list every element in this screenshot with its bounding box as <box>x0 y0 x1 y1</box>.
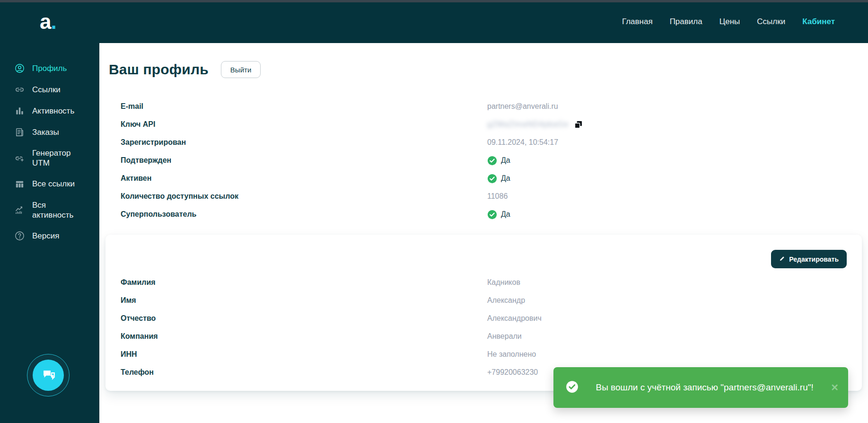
check-circle-icon <box>487 156 497 166</box>
login-success-toast: Вы вошли с учётной записью "partners@anv… <box>553 367 848 408</box>
toast-message: Вы вошли с учётной записью "partners@anv… <box>589 382 820 393</box>
window-top-strip <box>0 0 868 2</box>
page-header: Ваш профиль Выйти <box>109 61 868 78</box>
chat-bubbles-icon <box>40 366 56 384</box>
question-icon <box>14 230 25 241</box>
sidebar-item-links[interactable]: Ссылки <box>0 79 99 100</box>
page-content: Ваш профиль Выйти E-mailpartners@anveral… <box>99 43 868 423</box>
sidebar-menu: ПрофильСсылкиАктивностьЗаказыГенератор U… <box>0 58 99 247</box>
account-value-links-quota: 11086 <box>487 192 508 201</box>
account-value-api-key: gZMaZlmaND4pbaGe <box>487 120 583 129</box>
toast-close-button[interactable]: ✕ <box>831 383 839 392</box>
boolean-value-text: Да <box>501 210 510 219</box>
personal-label-first-name: Имя <box>121 296 487 305</box>
personal-value-last-name: Кадников <box>487 278 520 287</box>
top-nav-item-home[interactable]: Главная <box>622 17 653 26</box>
trend-chart-icon <box>14 204 25 215</box>
account-value-confirmed: Да <box>487 156 510 166</box>
app-root: a. ПрофильСсылкиАктивностьЗаказыГенерато… <box>0 0 868 423</box>
logo-letter: a <box>40 10 51 33</box>
account-fields-section: E-mailpartners@anverali.ruКлюч APIgZMaZl… <box>109 97 868 223</box>
user-circle-icon <box>14 63 25 74</box>
account-label-active: Активен <box>121 174 487 183</box>
sidebar-item-version[interactable]: Версия <box>0 225 99 247</box>
personal-fields-section: ФамилияКадниковИмяАлександрОтчествоАлекс… <box>105 273 862 381</box>
account-value-superuser: Да <box>487 210 510 220</box>
personal-label-company: Компания <box>121 332 487 341</box>
account-label-email: E-mail <box>121 102 487 111</box>
sidebar-item-label: Профиль <box>32 63 67 73</box>
boolean-value-text: Да <box>501 156 510 165</box>
personal-label-middle-name: Отчество <box>121 314 487 323</box>
sidebar-item-label: Заказы <box>32 127 59 137</box>
api-key-blurred-text: gZMaZlmaND4pbaGe <box>487 120 569 129</box>
personal-value-middle-name: Александрович <box>487 314 542 323</box>
personal-value-company: Анверали <box>487 332 522 341</box>
orders-icon <box>14 127 25 138</box>
account-value-active: Да <box>487 174 510 184</box>
account-label-links-quota: Количество доступных ссылок <box>121 192 487 201</box>
check-circle-icon <box>487 210 497 220</box>
top-nav: ГлавнаяПравилаЦеныСсылкиКабинет <box>622 17 835 26</box>
account-row-links-quota: Количество доступных ссылок11086 <box>109 187 868 205</box>
page-title: Ваш профиль <box>109 62 209 78</box>
table-icon <box>14 179 25 190</box>
sidebar-item-label: Вся активность <box>32 200 87 220</box>
link-icon <box>14 84 25 95</box>
account-label-superuser: Суперпользователь <box>121 210 487 219</box>
sidebar-item-activity[interactable]: Активность <box>0 100 99 122</box>
personal-value-phone: +79920063230 <box>487 368 538 377</box>
copy-icon[interactable] <box>574 120 583 129</box>
personal-row-company: КомпанияАнверали <box>105 327 862 345</box>
brand-logo[interactable]: a. <box>0 0 99 32</box>
main-column: ГлавнаяПравилаЦеныСсылкиКабинет Ваш проф… <box>99 0 868 423</box>
personal-label-phone: Телефон <box>121 368 487 377</box>
edit-button[interactable]: Редактировать <box>771 250 847 268</box>
personal-row-first-name: ИмяАлександр <box>105 291 862 309</box>
top-nav-item-rules[interactable]: Правила <box>670 17 702 26</box>
account-row-api-key: Ключ APIgZMaZlmaND4pbaGe <box>109 115 868 133</box>
sidebar-item-label: Ссылки <box>32 85 61 95</box>
logout-button[interactable]: Выйти <box>221 61 261 78</box>
account-row-confirmed: ПодтвержденДа <box>109 151 868 169</box>
personal-label-inn: ИНН <box>121 350 487 359</box>
top-nav-item-links[interactable]: Ссылки <box>757 17 785 26</box>
account-value-email: partners@anverali.ru <box>487 102 558 111</box>
chat-fab-circle <box>33 360 64 391</box>
sidebar: a. ПрофильСсылкиАктивностьЗаказыГенерато… <box>0 0 99 423</box>
personal-row-last-name: ФамилияКадников <box>105 273 862 291</box>
personal-row-middle-name: ОтчествоАлександрович <box>105 309 862 327</box>
sidebar-item-label: Активность <box>32 106 74 116</box>
sidebar-item-all-links[interactable]: Все ссылки <box>0 174 99 195</box>
sidebar-item-label: Генератор UTM <box>32 148 87 168</box>
logo-dot: . <box>51 10 56 33</box>
account-row-email: E-mailpartners@anverali.ru <box>109 97 868 115</box>
sidebar-item-all-activity[interactable]: Вся активность <box>0 195 99 226</box>
toast-check-icon <box>566 380 579 395</box>
account-row-registered: Зарегистрирован09.11.2024, 10:54:17 <box>109 133 868 151</box>
sidebar-item-label: Версия <box>32 231 59 241</box>
edit-button-label: Редактировать <box>789 256 839 263</box>
boolean-value-text: Да <box>501 174 510 183</box>
personal-value-first-name: Александр <box>487 296 525 305</box>
top-bar: ГлавнаяПравилаЦеныСсылкиКабинет <box>99 0 868 43</box>
account-row-active: АктивенДа <box>109 169 868 187</box>
chat-fab-button[interactable] <box>27 354 70 397</box>
sidebar-item-utm-generator[interactable]: Генератор UTM <box>0 143 99 174</box>
account-label-registered: Зарегистрирован <box>121 138 487 147</box>
sidebar-item-profile[interactable]: Профиль <box>0 58 99 79</box>
check-circle-icon <box>487 174 497 184</box>
account-label-confirmed: Подтвержден <box>121 156 487 165</box>
utm-link-icon <box>14 153 25 164</box>
top-nav-item-prices[interactable]: Цены <box>719 17 740 26</box>
account-row-superuser: СуперпользовательДа <box>109 205 868 223</box>
pencil-icon <box>779 256 785 263</box>
personal-row-inn: ИНННе заполнено <box>105 345 862 363</box>
account-value-registered: 09.11.2024, 10:54:17 <box>487 138 558 147</box>
bar-chart-icon <box>14 106 25 116</box>
top-nav-item-cabinet[interactable]: Кабинет <box>802 17 835 26</box>
sidebar-item-label: Все ссылки <box>32 179 75 189</box>
personal-value-inn: Не заполнено <box>487 350 536 359</box>
sidebar-item-orders[interactable]: Заказы <box>0 122 99 143</box>
personal-label-last-name: Фамилия <box>121 278 487 287</box>
